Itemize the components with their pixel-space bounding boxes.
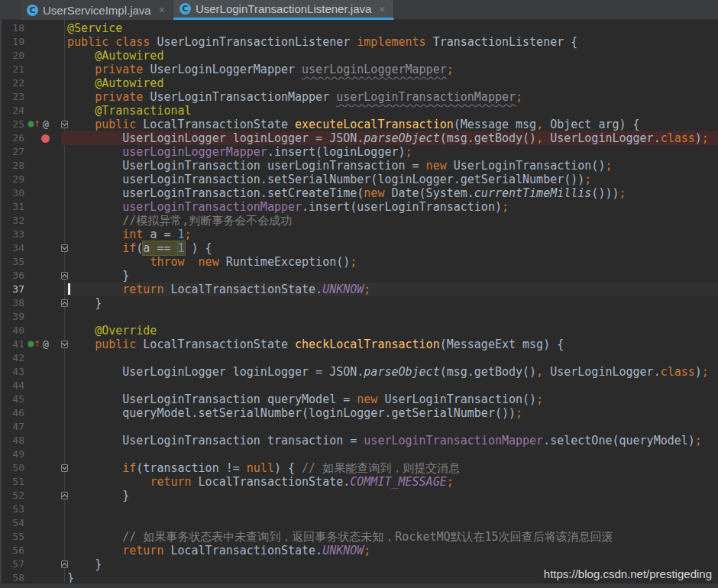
- code-line[interactable]: 45 UserLoginTransaction queryModel = new…: [0, 393, 718, 406]
- line-number[interactable]: 45: [0, 393, 24, 406]
- line-number[interactable]: 19: [0, 35, 24, 49]
- code-line[interactable]: 55 // 如果事务状态表中未查询到，返回事务状态未知，RocketMQ默认在1…: [0, 530, 718, 544]
- code-line[interactable]: 34 if(a == 1 ) {: [0, 241, 718, 255]
- line-number[interactable]: 42: [0, 351, 24, 365]
- code-text[interactable]: //模拟异常,判断事务会不会成功: [67, 214, 292, 228]
- code-line[interactable]: 21 private UserLoginLoggerMapper userLog…: [0, 63, 718, 76]
- line-number[interactable]: 20: [0, 49, 24, 63]
- code-text[interactable]: @Autowired: [67, 76, 163, 90]
- gutter[interactable]: 45: [0, 393, 67, 406]
- gutter[interactable]: 39: [0, 310, 67, 324]
- code-text[interactable]: UserLoginTransaction queryModel = new Us…: [67, 393, 543, 406]
- code-line[interactable]: 38 }: [0, 296, 718, 310]
- code-line[interactable]: 49: [0, 447, 718, 461]
- gutter[interactable]: 35: [0, 255, 67, 269]
- line-number[interactable]: 43: [0, 365, 24, 379]
- line-number[interactable]: 29: [0, 173, 24, 186]
- gutter[interactable]: 28: [0, 159, 67, 173]
- code-text[interactable]: int a = 1;: [67, 228, 192, 241]
- code-text[interactable]: // 如果事务状态表中未查询到，返回事务状态未知，RocketMQ默认在15次回…: [67, 530, 613, 544]
- line-number[interactable]: 36: [0, 269, 24, 283]
- code-line[interactable]: 20 @Autowired: [0, 49, 718, 63]
- gutter[interactable]: 43: [0, 365, 67, 379]
- code-line[interactable]: 22 @Autowired: [0, 76, 718, 90]
- code-line[interactable]: 32 //模拟异常,判断事务会不会成功: [0, 214, 718, 228]
- line-number[interactable]: 53: [0, 502, 24, 516]
- line-number[interactable]: 54: [0, 516, 24, 530]
- gutter[interactable]: 48: [0, 434, 67, 447]
- gutter[interactable]: 19: [0, 35, 67, 49]
- gutter[interactable]: 42: [0, 351, 67, 365]
- gutter[interactable]: 31: [0, 200, 67, 214]
- gutter[interactable]: 37: [0, 283, 67, 296]
- code-line[interactable]: 41↑@ public LocalTransactionState checkL…: [0, 338, 718, 351]
- line-number[interactable]: 52: [0, 489, 24, 502]
- line-number[interactable]: 24: [0, 104, 24, 118]
- code-text[interactable]: }: [67, 489, 129, 502]
- line-number[interactable]: 39: [0, 310, 24, 324]
- line-number[interactable]: 18: [0, 21, 24, 35]
- line-number[interactable]: 21: [0, 63, 24, 76]
- line-number[interactable]: 38: [0, 296, 24, 310]
- gutter[interactable]: 34: [0, 241, 67, 255]
- code-line[interactable]: 35 throw new RuntimeException();: [0, 255, 718, 269]
- code-text[interactable]: public LocalTransactionState executeLoca…: [67, 118, 640, 131]
- line-number[interactable]: 44: [0, 379, 24, 393]
- line-number[interactable]: 33: [0, 228, 24, 241]
- code-text[interactable]: return LocalTransactionState.UNKNOW;: [67, 283, 370, 296]
- code-text[interactable]: UserLoginLogger loginLogger = JSON.parse…: [67, 131, 709, 145]
- line-number[interactable]: 34: [0, 241, 24, 255]
- code-line[interactable]: 19public class UserLoginTransactionListe…: [0, 35, 718, 49]
- gutter[interactable]: 44: [0, 379, 67, 393]
- gutter[interactable]: 49: [0, 447, 67, 461]
- tab-userlogintransactionlistener[interactable]: C UserLoginTransactionListener.java ×: [173, 0, 394, 20]
- code-text[interactable]: return LocalTransactionState.UNKNOW;: [67, 544, 370, 557]
- code-line[interactable]: 18@Service: [0, 21, 718, 35]
- code-line[interactable]: 56 return LocalTransactionState.UNKNOW;: [0, 544, 718, 557]
- code-line[interactable]: 44: [0, 379, 718, 393]
- gutter[interactable]: 46: [0, 406, 67, 420]
- close-icon[interactable]: ×: [159, 5, 165, 15]
- gutter[interactable]: 38: [0, 296, 67, 310]
- line-number[interactable]: 32: [0, 214, 24, 228]
- code-text[interactable]: @Override: [67, 324, 157, 338]
- gutter[interactable]: 54: [0, 516, 67, 530]
- gutter[interactable]: 55: [0, 530, 67, 544]
- gutter[interactable]: 21: [0, 63, 67, 76]
- gutter[interactable]: 41↑@: [0, 338, 67, 351]
- line-number[interactable]: 58: [0, 571, 24, 583]
- code-line[interactable]: 37 return LocalTransactionState.UNKNOW;: [0, 283, 718, 296]
- code-text[interactable]: userLoginTransactionMapper.insert(userLo…: [67, 200, 509, 214]
- gutter[interactable]: 30: [0, 186, 67, 200]
- gutter[interactable]: 58: [0, 571, 67, 583]
- gutter[interactable]: 26: [0, 131, 67, 145]
- gutter[interactable]: 36: [0, 269, 67, 283]
- code-text[interactable]: }: [67, 571, 74, 583]
- code-line[interactable]: 52 }: [0, 489, 718, 502]
- line-number[interactable]: 57: [0, 557, 24, 571]
- code-text[interactable]: public class UserLoginTransactionListene…: [67, 35, 577, 49]
- code-text[interactable]: userLoginLoggerMapper.insert(loginLogger…: [67, 145, 412, 159]
- code-line[interactable]: 51 return LocalTransactionState.COMMIT_M…: [0, 475, 718, 489]
- code-line[interactable]: 53: [0, 502, 718, 516]
- code-text[interactable]: @Transactional: [67, 104, 192, 118]
- breakpoint-icon[interactable]: [41, 134, 50, 143]
- gutter[interactable]: 50: [0, 461, 67, 475]
- gutter[interactable]: 51: [0, 475, 67, 489]
- gutter[interactable]: 25↑@: [0, 118, 67, 131]
- code-text[interactable]: userLoginTransaction.setSerialNumber(log…: [67, 173, 591, 186]
- code-line[interactable]: 28 UserLoginTransaction userLoginTransac…: [0, 159, 718, 173]
- gutter[interactable]: 53: [0, 502, 67, 516]
- code-text[interactable]: return LocalTransactionState.COMMIT_MESS…: [67, 475, 454, 489]
- line-number[interactable]: 23: [0, 90, 24, 104]
- line-number[interactable]: 46: [0, 406, 24, 420]
- line-number[interactable]: 40: [0, 324, 24, 338]
- gutter[interactable]: 52: [0, 489, 67, 502]
- code-text[interactable]: throw new RuntimeException();: [67, 255, 357, 269]
- code-text[interactable]: }: [67, 296, 102, 310]
- code-text[interactable]: }: [67, 269, 129, 283]
- code-line[interactable]: 48 UserLoginTransaction transaction = us…: [0, 434, 718, 447]
- gutter[interactable]: 40: [0, 324, 67, 338]
- line-number[interactable]: 41: [0, 338, 24, 351]
- code-line[interactable]: 31 userLoginTransactionMapper.insert(use…: [0, 200, 718, 214]
